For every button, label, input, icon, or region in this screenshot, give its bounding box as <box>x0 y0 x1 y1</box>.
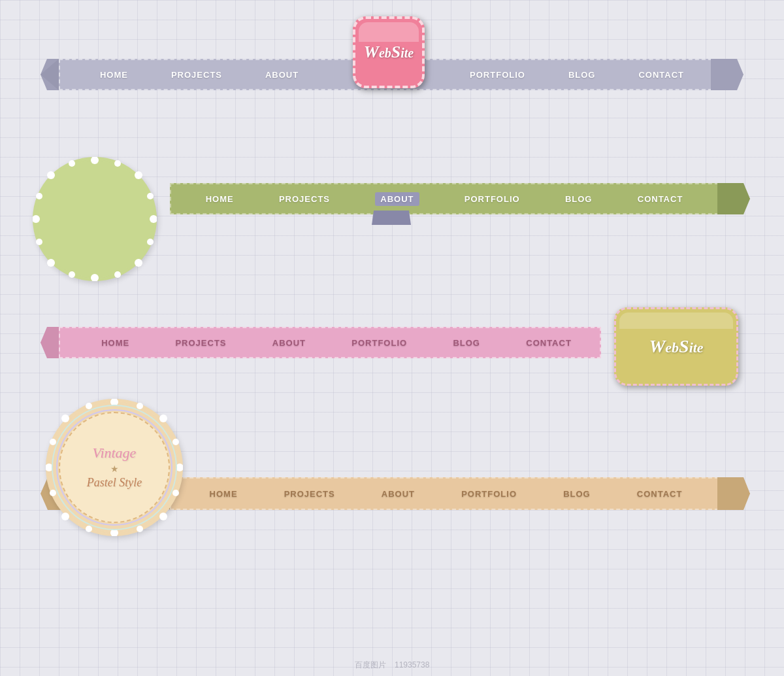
nav4-right-tail <box>717 477 750 510</box>
svg-point-14 <box>36 239 42 245</box>
nav3-logo-shape: WebSite <box>614 307 738 386</box>
nav2-items: HOME PROJECTS ABOUT PORTFOLIO BLOG CONTA… <box>183 183 706 214</box>
nav2-logo-badge: ★ ★ ★ WebSite <box>33 157 163 288</box>
nav2-item-portfolio[interactable]: PORTFOLIO <box>465 194 520 204</box>
nav3-logo-text: WebSite <box>649 336 703 357</box>
nav4-logo-subtitle: Pastel Style <box>87 476 142 490</box>
nav1-item-projects[interactable]: PROJECTS <box>171 70 222 80</box>
svg-point-27 <box>137 403 143 409</box>
nav3-item-blog[interactable]: BLOG <box>453 338 480 348</box>
nav2-active-arrow <box>372 211 411 225</box>
nav4-logo-title: Vintage <box>93 445 137 462</box>
nav1-item-home[interactable]: HOME <box>100 70 128 80</box>
watermark-site: 百度图片 <box>355 660 386 669</box>
nav2-item-blog[interactable]: BLOG <box>565 194 593 204</box>
nav2-item-projects[interactable]: PROJECTS <box>279 194 330 204</box>
nav4-item-about[interactable]: ABOUT <box>382 489 415 499</box>
nav4-items: HOME PROJECTS ABOUT PORTFOLIO BLOG CONTA… <box>186 477 706 510</box>
nav4-logo-inner: Vintage ★ Pastel Style <box>59 412 170 523</box>
svg-point-5 <box>47 171 55 179</box>
svg-point-31 <box>50 490 56 496</box>
svg-point-23 <box>159 414 167 422</box>
nav1-wrapper: WebSite HOME PROJECTS ABOUT PORTFOLIO BL… <box>20 52 764 98</box>
svg-point-26 <box>86 403 92 409</box>
svg-point-16 <box>147 239 154 245</box>
nav2-item-home[interactable]: HOME <box>206 194 234 204</box>
svg-point-22 <box>61 414 69 422</box>
nav3-item-contact[interactable]: CONTACT <box>526 338 572 348</box>
watermark: 百度图片 11935738 <box>355 660 430 671</box>
nav4-center-star: ★ <box>110 464 119 474</box>
nav2-item-contact[interactable]: CONTACT <box>638 194 683 204</box>
nav2-scallop-svg <box>33 157 157 281</box>
svg-point-11 <box>69 271 75 278</box>
nav2-active-indicator <box>372 211 411 225</box>
page-container: WebSite HOME PROJECTS ABOUT PORTFOLIO BL… <box>0 0 784 676</box>
nav3-item-home[interactable]: HOME <box>101 338 129 348</box>
svg-point-25 <box>159 513 167 520</box>
nav2-wrapper: ★ ★ ★ WebSite HOME PROJECTS ABOUT <box>20 177 764 222</box>
svg-point-9 <box>69 160 75 167</box>
nav2-item-about[interactable]: ABOUT <box>375 192 419 206</box>
nav1-logo-text: WebSite <box>364 42 414 62</box>
svg-point-29 <box>137 526 143 532</box>
nav1-logo-badge: WebSite <box>353 16 431 101</box>
nav1-item-about[interactable]: ABOUT <box>265 70 299 80</box>
svg-point-30 <box>50 439 56 445</box>
nav3-item-about[interactable]: ABOUT <box>272 338 306 348</box>
nav3-wrapper: WebSite HOME PROJECTS ABOUT PORTFOLIO BL… <box>20 320 764 366</box>
nav4-item-blog[interactable]: BLOG <box>563 489 591 499</box>
svg-point-10 <box>114 160 121 167</box>
nav1-item-blog[interactable]: BLOG <box>568 70 596 80</box>
nav1-right-tail <box>711 59 743 90</box>
nav2-right-tail <box>717 183 750 214</box>
svg-point-13 <box>36 193 42 199</box>
nav1-item-contact[interactable]: CONTACT <box>638 70 684 80</box>
nav4-item-contact[interactable]: CONTACT <box>637 489 683 499</box>
svg-point-15 <box>147 193 154 199</box>
nav3-items: HOME PROJECTS ABOUT PORTFOLIO BLOG CONTA… <box>78 327 595 358</box>
svg-point-32 <box>172 439 179 445</box>
nav1-logo-shape: WebSite <box>353 16 425 88</box>
nav3-logo-badge: WebSite <box>614 307 745 392</box>
nav3-item-portfolio[interactable]: PORTFOLIO <box>351 338 407 348</box>
svg-point-6 <box>135 171 142 179</box>
svg-point-24 <box>61 513 69 520</box>
nav1-item-portfolio[interactable]: PORTFOLIO <box>470 70 525 80</box>
svg-point-28 <box>86 526 92 532</box>
svg-point-12 <box>114 271 121 278</box>
nav4-logo-badge: Vintage ★ Pastel Style <box>46 399 189 543</box>
nav4-item-projects[interactable]: PROJECTS <box>284 489 335 499</box>
svg-point-7 <box>47 259 55 267</box>
nav4-wrapper: Vintage ★ Pastel Style ★ ★ HOME PROJECTS… <box>20 471 764 523</box>
nav3-item-projects[interactable]: PROJECTS <box>175 338 226 348</box>
svg-point-8 <box>135 259 142 267</box>
svg-point-33 <box>172 490 179 496</box>
watermark-id: 11935738 <box>395 660 429 669</box>
nav4-item-portfolio[interactable]: PORTFOLIO <box>461 489 517 499</box>
nav4-item-home[interactable]: HOME <box>210 489 238 499</box>
